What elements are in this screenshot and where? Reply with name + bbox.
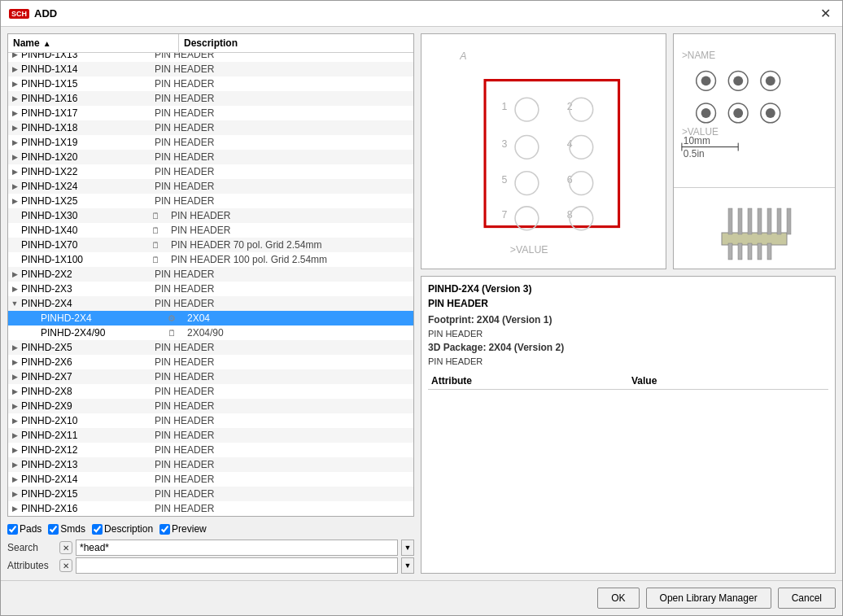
svg-rect-39 [728, 208, 732, 234]
table-row[interactable]: ▶PINHD-2X14PIN HEADER [8, 472, 413, 487]
attr-clear-button[interactable]: ✕ [59, 559, 72, 572]
table-row[interactable]: ▶PINHD-2X13PIN HEADER [8, 457, 413, 472]
table-row[interactable]: PINHD-2X4/90🗒2X04/90 [8, 325, 413, 340]
table-row[interactable]: ▶PINHD-1X14PIN HEADER [8, 62, 413, 76]
row-desc: PIN HEADER [151, 400, 413, 412]
table-row[interactable]: ▶PINHD-2X7PIN HEADER [8, 369, 413, 384]
table-row[interactable]: PINHD-1X40🗒PIN HEADER [8, 223, 413, 238]
search-clear-button[interactable]: ✕ [59, 541, 72, 554]
smds-label: Smds [60, 523, 85, 535]
row-icon: 🗒 [151, 255, 168, 264]
table-row[interactable]: ▶PINHD-2X2PIN HEADER [8, 267, 413, 282]
attr-dropdown-button[interactable]: ▼ [401, 557, 414, 574]
component-table[interactable]: Name ▲ Description ▶PINHD-1X11PIN HEADER… [7, 33, 414, 517]
attr-col-header: Attribute [428, 375, 628, 387]
table-row[interactable]: ▶PINHD-2X3PIN HEADER [8, 282, 413, 296]
expand-icon[interactable]: ▶ [8, 402, 21, 410]
expand-icon[interactable]: ▶ [8, 446, 21, 454]
expand-icon[interactable]: ▶ [8, 138, 21, 146]
expand-icon[interactable]: ▶ [8, 285, 21, 293]
row-name: PINHD-2X11 [21, 430, 151, 441]
expand-icon[interactable]: ▶ [8, 387, 21, 395]
expand-icon[interactable]: ▶ [8, 461, 21, 469]
svg-rect-46 [728, 243, 732, 260]
table-row[interactable]: ▶PINHD-1X19PIN HEADER [8, 135, 413, 150]
table-row[interactable]: ▶PINHD-1X16PIN HEADER [8, 91, 413, 106]
table-row[interactable]: ▶PINHD-2X10PIN HEADER [8, 413, 413, 428]
expand-icon[interactable]: ▶ [8, 65, 21, 73]
row-desc: PIN HEADER [151, 107, 413, 119]
svg-text:>NAME: >NAME [682, 50, 715, 61]
svg-rect-48 [748, 243, 752, 260]
expand-icon[interactable]: ▼ [8, 299, 21, 308]
table-row[interactable]: ▶PINHD-1X25PIN HEADER [8, 194, 413, 208]
table-row[interactable]: ▶PINHD-2X9PIN HEADER [8, 399, 413, 413]
table-row[interactable]: ▶PINHD-1X20PIN HEADER [8, 150, 413, 164]
table-row[interactable]: ▶PINHD-1X15PIN HEADER [8, 76, 413, 91]
ok-button[interactable]: OK [597, 588, 639, 609]
description-filter[interactable]: Description [92, 523, 153, 535]
row-desc: PIN HEADER [151, 137, 413, 148]
expand-icon[interactable]: ▶ [8, 373, 21, 381]
row-desc: PIN HEADER [151, 488, 413, 500]
expand-icon[interactable]: ▶ [8, 490, 21, 498]
preview-filter[interactable]: Preview [159, 523, 207, 535]
table-row[interactable]: PINHD-1X30🗒PIN HEADER [8, 208, 413, 223]
expand-icon[interactable]: ▶ [8, 182, 21, 190]
expand-icon[interactable]: ▶ [8, 431, 21, 439]
table-row[interactable]: ▶PINHD-2X11PIN HEADER [8, 428, 413, 443]
table-row[interactable]: ▶PINHD-1X22PIN HEADER [8, 164, 413, 179]
svg-text:7: 7 [502, 209, 508, 221]
table-row[interactable]: PINHD-1X100🗒PIN HEADER 100 pol. Grid 2.5… [8, 252, 413, 267]
3d-package-svg [705, 192, 803, 265]
expand-icon[interactable]: ▶ [8, 475, 21, 483]
expand-icon[interactable]: ▶ [8, 270, 21, 278]
expand-icon[interactable]: ▶ [8, 109, 21, 117]
smds-filter[interactable]: Smds [48, 523, 85, 535]
table-row[interactable]: ▶PINHD-2X16PIN HEADER [8, 501, 413, 516]
row-name: PINHD-2X12 [21, 444, 151, 456]
expand-icon[interactable]: ▶ [8, 80, 21, 88]
pads-checkbox[interactable] [7, 524, 18, 535]
expand-icon[interactable]: ▶ [8, 124, 21, 132]
expand-icon[interactable]: ▶ [8, 168, 21, 176]
table-row[interactable]: ▶PINHD-2X15PIN HEADER [8, 487, 413, 501]
table-header: Name ▲ Description [8, 34, 413, 53]
expand-icon[interactable]: ▶ [8, 153, 21, 161]
preview-checkbox[interactable] [159, 524, 170, 535]
table-row[interactable]: PINHD-2X4⚙2X04 [8, 311, 413, 325]
close-button[interactable]: ✕ [817, 6, 834, 21]
expand-icon[interactable]: ▶ [8, 197, 21, 205]
pads-filter[interactable]: Pads [7, 523, 41, 535]
table-row[interactable]: ▶PINHD-2X8PIN HEADER [8, 384, 413, 399]
svg-text:0.5in: 0.5in [684, 148, 705, 159]
table-row[interactable]: ▶PINHD-2X6PIN HEADER [8, 355, 413, 369]
expand-icon[interactable]: ▶ [8, 343, 21, 352]
expand-icon[interactable]: ▶ [8, 358, 21, 366]
table-row[interactable]: PINHD-1X70🗒PIN HEADER 70 pol. Grid 2.54m… [8, 238, 413, 252]
col-name-header[interactable]: Name ▲ [8, 34, 179, 52]
description-label: Description [104, 523, 153, 535]
open-library-manager-button[interactable]: Open Library Manager [646, 588, 771, 609]
table-row[interactable]: ▶PINHD-1X17PIN HEADER [8, 106, 413, 120]
expand-icon[interactable]: ▶ [8, 417, 21, 425]
expand-icon[interactable]: ▶ [8, 505, 21, 513]
row-name: PINHD-2X4 [21, 298, 151, 309]
search-dropdown-button[interactable]: ▼ [401, 540, 414, 556]
expand-icon[interactable]: ▶ [8, 94, 21, 103]
cancel-button[interactable]: Cancel [778, 588, 836, 609]
pkg3d-type-line: PIN HEADER [428, 356, 828, 366]
svg-point-9 [570, 135, 593, 159]
table-row[interactable]: ▼PINHD-2X4PIN HEADER [8, 296, 413, 311]
search-input[interactable] [76, 540, 398, 556]
svg-rect-42 [758, 208, 762, 234]
description-checkbox[interactable] [92, 524, 103, 535]
table-row[interactable]: ▶PINHD-1X18PIN HEADER [8, 120, 413, 135]
table-row[interactable]: ▶PINHD-2X5PIN HEADER [8, 340, 413, 355]
row-desc: PIN HEADER [151, 166, 413, 177]
attributes-input[interactable] [76, 557, 398, 574]
table-row[interactable]: ▶PINHD-2X12PIN HEADER [8, 443, 413, 457]
smds-checkbox[interactable] [48, 524, 59, 535]
row-name: PINHD-2X5 [21, 342, 151, 353]
table-row[interactable]: ▶PINHD-1X24PIN HEADER [8, 179, 413, 194]
